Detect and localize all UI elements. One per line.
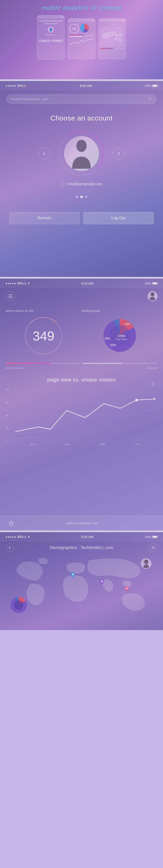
mp3-statusbar: 9:42 (99, 19, 126, 22)
svg-point-30 (144, 559, 148, 564)
s2-battery: 100% (145, 282, 157, 285)
svg-point-29 (14, 600, 23, 610)
pie-chart-container: 33% 32966 Free Office 43% 30% (82, 317, 157, 353)
map-pie-overlay (9, 596, 28, 614)
home-button[interactable] (7, 519, 15, 527)
mp1-statusbar: 9:42 (37, 16, 64, 19)
y-label-16k: 16k (6, 389, 9, 391)
screen-3: ●●●●● BELL ▾ 9:42 AM 100% Demographics -… (0, 532, 163, 630)
battery-icon (152, 85, 157, 87)
svg-point-23 (135, 399, 138, 401)
info-icon: i (61, 182, 65, 186)
arrow-right-icon (117, 151, 121, 156)
hero-title: mobile analytics UI concept (41, 4, 122, 11)
s3-battery: 100% (145, 535, 157, 538)
hero-title-accent: concept (99, 4, 122, 11)
search-bar[interactable]: Search TechAndALL .com (6, 94, 157, 104)
screen3-statusbar: ●●●●● BELL ▾ 9:42 AM 100% (0, 532, 163, 541)
svg-point-2 (116, 33, 123, 37)
section-divider-3 (0, 530, 163, 532)
line-chart-svg (15, 389, 155, 442)
s3-time: 9:42 AM (81, 535, 93, 539)
avatar-container (62, 134, 101, 174)
screen3-header: Demographics - TechAndALL.com (0, 541, 163, 554)
ham-line-1 (8, 294, 12, 295)
svg-point-7 (117, 33, 119, 34)
s3-battery-fill (153, 536, 157, 537)
mp1-time: 9:42 (61, 16, 63, 18)
s3-carrier: ●●●●● BELL ▾ (6, 535, 30, 538)
screen1-statusbar: ●●●●● BELL 9:42 AM 100% (0, 81, 163, 90)
mp1-dots: · · · (48, 36, 54, 38)
mp3-time: 9:42 (122, 20, 124, 21)
stat1-label: active visitors on site (6, 309, 82, 312)
refresh-button[interactable]: Refresh (9, 212, 79, 224)
svg-line-9 (151, 99, 152, 101)
chart-svg-wrapper (15, 389, 155, 442)
logout-button[interactable]: Log Out (84, 212, 154, 224)
footer-url: www.techandall.com (67, 521, 98, 525)
y-axis-labels: 16k 8k 4k 2k 0 (6, 389, 11, 442)
status-time: 9:42 AM (80, 84, 92, 88)
svg-point-4 (118, 38, 122, 43)
screen2-header (0, 288, 163, 304)
mp1-content: Choose an account 👤 info@techandall.com … (37, 19, 64, 59)
mp2-statusbar: 9:42 (68, 19, 95, 22)
mp3-map-svg (100, 26, 124, 47)
email-text: info@techandall.com (67, 182, 102, 186)
dot-3 (85, 196, 87, 198)
search-placeholder: Search TechAndALL .com (11, 97, 48, 101)
mp2-prog2-fill (69, 36, 82, 37)
s2-battery-fill (153, 283, 157, 284)
s3-battery-icon (152, 536, 157, 538)
mp2-pie (80, 24, 89, 33)
s2-time: 9:42 AM (81, 281, 93, 285)
next-arrow[interactable] (113, 148, 125, 159)
hamburger-button[interactable] (6, 291, 15, 301)
back-circle-button[interactable] (6, 544, 14, 552)
screen-1: ●●●●● BELL 9:42 AM 100% Search TechAndAL… (0, 81, 163, 277)
stats-grid: active visitors on site 349 hosting quot… (0, 304, 163, 359)
dot-2 (80, 196, 83, 198)
stat1-ring (25, 317, 62, 354)
stat1-circle-container: 349 (6, 317, 82, 354)
home-icon (8, 520, 14, 526)
stat2-label: hosting quota (82, 309, 157, 312)
mp3-prog (100, 48, 124, 49)
header-avatar[interactable] (148, 291, 157, 301)
mp1-email: info@techandall.com (45, 34, 56, 35)
progress-bars (0, 359, 163, 366)
section-divider-1 (0, 79, 163, 81)
map-area (5, 554, 158, 619)
x-label-july: JULY (30, 443, 36, 446)
map-pie-svg (9, 596, 28, 614)
menu-circle-button[interactable] (149, 544, 157, 552)
screen3-title: Demographics - TechAndALL.com (50, 545, 113, 550)
y-label-2k: 2k (6, 427, 9, 430)
mini-phone-1: 9:42 Choose an account 👤 info@techandall… (37, 15, 65, 59)
mp1-avatar: 👤 (47, 26, 55, 33)
map-pin-eastasia (125, 586, 129, 590)
map-avatar-img (143, 559, 150, 568)
back-icon (8, 546, 12, 550)
dots-indicator (0, 196, 163, 198)
hero-title-text: mobile analytics UI (41, 4, 98, 11)
mp2-time: 9:42 (91, 20, 94, 21)
avatar-ring-accent (59, 131, 104, 176)
chart-section: page view vs. unique visitors ⚙ 16k 8k 4… (0, 372, 163, 449)
prev-arrow[interactable] (38, 148, 50, 159)
mp3-title: Demographics (108, 23, 117, 25)
prog-label-2: 53% used (83, 367, 157, 369)
y-label-8k: 8k (6, 401, 9, 404)
chart-title: page view vs. unique visitors (6, 377, 157, 383)
mp2-stat: 349 (69, 24, 94, 34)
x-label-aug: AUG (65, 443, 71, 446)
gear-icon[interactable]: ⚙ (151, 381, 157, 388)
stat1-circle: 349 (25, 317, 62, 354)
mp1-title: Choose an account (44, 23, 58, 25)
prog-label-1: 62% your visitors (6, 367, 80, 369)
pie-chart-svg: 33% 32966 Free Office 43% 30% (101, 317, 138, 353)
mp2-prog1 (69, 34, 94, 35)
svg-point-5 (109, 34, 110, 36)
dot-1 (76, 196, 78, 198)
